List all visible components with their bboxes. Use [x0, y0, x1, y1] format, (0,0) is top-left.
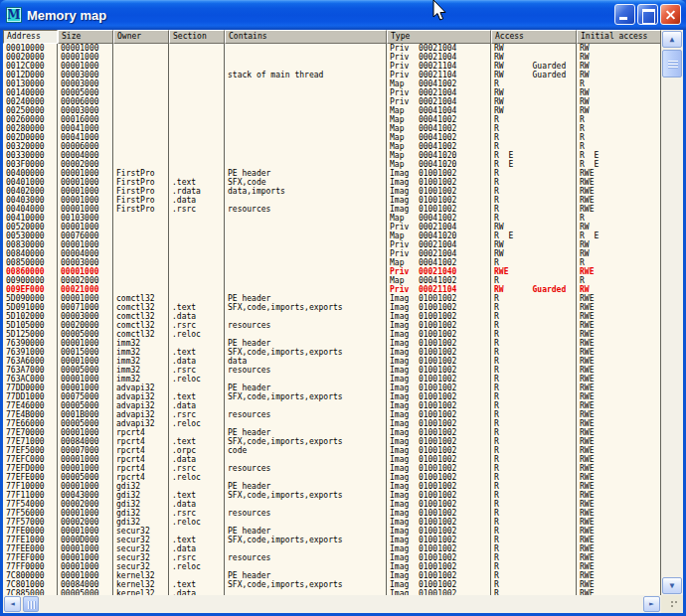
maximize-button[interactable] — [637, 4, 658, 25]
table-row[interactable]: 5D10200000003000comctl32.dataImag 010010… — [3, 312, 661, 321]
table-row[interactable]: 7639100000015000imm32.textSFX,code,impor… — [3, 348, 661, 357]
vertical-scroll-thumb[interactable] — [662, 50, 682, 77]
cell-address: 00850000 — [3, 258, 58, 267]
table-row[interactable]: 7C80000000001000kernel32PE headerImag 01… — [3, 571, 661, 580]
table-row[interactable]: 0041000000103000Map 00041002RR — [3, 214, 661, 223]
table-row[interactable]: 77E4600000005000advapi32.dataImag 010010… — [3, 401, 661, 410]
horizontal-scroll-thumb[interactable] — [23, 596, 39, 612]
table-row[interactable]: 5D09100000071000comctl32.textSFX,code,im… — [3, 303, 661, 312]
scroll-right-button[interactable]: ► — [643, 596, 660, 612]
table-row[interactable]: 0040100000001000FirstPro.textSFX,codeIma… — [3, 178, 661, 187]
table-row[interactable]: 77FF000000001000secur32.relocImag 010010… — [3, 562, 661, 571]
cell-access: R — [491, 464, 577, 473]
table-row[interactable]: 763A600000001000imm32.datadataImag 01001… — [3, 357, 661, 366]
cell-type: Map 00041020 — [387, 231, 491, 240]
cell-contains — [225, 312, 387, 321]
table-row[interactable]: 77EFD00000001000rpcrt4.rsrcresourcesImag… — [3, 464, 661, 473]
column-header-section[interactable]: Section — [169, 30, 225, 44]
title-bar[interactable]: M Memory map — [0, 0, 686, 30]
table-row[interactable]: 0052000000001000Priv 00021004RWRW — [3, 223, 661, 231]
table-row[interactable]: 7C80100000084000kernel32.textSFX,code,im… — [3, 580, 661, 589]
table-row[interactable]: 77FEF00000001000secur32.rsrcresourcesIma… — [3, 553, 661, 562]
table-row[interactable]: 0026000000016000Map 00041002RR — [3, 115, 661, 124]
table-row[interactable]: 77F5700000002000gdi32.relocImag 01001002… — [3, 518, 661, 527]
table-row[interactable]: 0028000000041000Map 00041002RR — [3, 124, 661, 133]
table-row[interactable]: 003F000000002000Map 00041020R ER E — [3, 160, 661, 169]
table-row[interactable]: 0032000000006000Map 00041002RR — [3, 142, 661, 151]
table-row[interactable]: 0002000000001000Priv 00021004RWRW — [3, 53, 661, 62]
table-row[interactable]: 0001000000001000Priv 00021004RWRW — [3, 44, 661, 53]
scroll-up-button[interactable]: ▲ — [662, 31, 682, 48]
table-row[interactable]: 5D10500000020000comctl32.rsrcresourcesIm… — [3, 321, 661, 330]
table-row[interactable]: 77E7000000001000rpcrt4PE headerImag 0100… — [3, 428, 661, 437]
table-row[interactable]: 763AC00000001000imm32.relocImag 01001002… — [3, 375, 661, 384]
table-row[interactable]: 7639000000001000imm32PE headerImag 01001… — [3, 339, 661, 348]
cell-address: 00401000 — [3, 178, 58, 187]
table-row[interactable]: 77E4B0000001B000advapi32.rsrcresourcesIm… — [3, 410, 661, 419]
table-row[interactable]: 77EFC00000001000rpcrt4.dataImag 01001002… — [3, 455, 661, 464]
table-row[interactable]: 0084000000004000Priv 00021004RWRW — [3, 249, 661, 258]
column-header-address[interactable]: Address — [3, 30, 58, 44]
cell-contains: code — [225, 446, 387, 455]
table-row[interactable]: 0013000000003000Map 00041002RR — [3, 79, 661, 88]
table-row[interactable]: 77FE10000000D000secur32.textSFX,code,imp… — [3, 536, 661, 544]
cell-contains — [225, 53, 387, 62]
column-header-initial[interactable]: Initial access — [577, 30, 661, 44]
cell-owner: gdi32 — [113, 518, 169, 527]
table-row[interactable]: 0012C00000001000Priv 00021104RW GuardedR… — [3, 62, 661, 71]
resize-grip[interactable] — [661, 595, 683, 613]
table-row[interactable]: 77DD100000075000advapi32.textSFX,code,im… — [3, 392, 661, 401]
table-row[interactable]: 77EF500000007000rpcrt4.orpccodeImag 0100… — [3, 446, 661, 455]
cell-access: R — [491, 455, 577, 464]
table-row[interactable]: 0012D00000003000stack of main threadPriv… — [3, 71, 661, 79]
table-row[interactable]: 77F1100000043000gdi32.textSFX,code,impor… — [3, 491, 661, 500]
table-row[interactable]: 5D09000000001000comctl32PE headerImag 01… — [3, 294, 661, 303]
chevron-down-icon: ▼ — [670, 582, 675, 590]
table-row[interactable]: 0033000000004000Map 00041020R ER E — [3, 151, 661, 160]
scroll-down-button[interactable]: ▼ — [662, 577, 682, 594]
cell-size: 00076000 — [58, 231, 113, 240]
table-row[interactable]: 0086000000001000Priv 00021040RWERWE — [3, 267, 661, 276]
table-row[interactable]: 0014000000005000Priv 00021004RWRW — [3, 88, 661, 97]
table-row[interactable]: 0053000000076000Map 00041020R ER E — [3, 231, 661, 240]
table-row[interactable]: 77FEE00000001000secur32.dataImag 0100100… — [3, 544, 661, 553]
table-row[interactable]: 002D000000041000Map 00041002RR — [3, 133, 661, 142]
table-row[interactable]: 0083000000001000Priv 00021004RWRW — [3, 240, 661, 249]
table-row[interactable]: 009EF00000021000Priv 00021104RW GuardedR… — [3, 285, 661, 294]
table-row[interactable]: 0085000000003000Map 00041002RR — [3, 258, 661, 267]
table-row[interactable]: 77E7100000084000rpcrt4.textSFX,code,impo… — [3, 437, 661, 446]
close-button[interactable] — [660, 4, 681, 25]
column-header-access[interactable]: Access — [491, 30, 577, 44]
table-row[interactable]: 0025000000003000Map 00041004RWRW — [3, 106, 661, 115]
cell-initial: RWE — [577, 580, 661, 589]
cell-section — [169, 482, 225, 491]
vertical-scrollbar[interactable]: ▲ ▼ — [661, 30, 683, 595]
minimize-button[interactable] — [614, 4, 635, 25]
column-header-owner[interactable]: Owner — [113, 30, 169, 44]
table-row[interactable]: 0040000000001000FirstProPE headerImag 01… — [3, 169, 661, 178]
table-row[interactable]: 0040200000001000FirstPro.rdatadata,impor… — [3, 187, 661, 196]
column-header-type[interactable]: Type — [387, 30, 491, 44]
cell-owner — [113, 276, 169, 285]
table-row[interactable]: 0024000000006000Priv 00021004RWRW — [3, 97, 661, 106]
column-header-contains[interactable]: Contains — [225, 30, 387, 44]
table-row[interactable]: 77F5600000001000gdi32.rsrcresourcesImag … — [3, 509, 661, 518]
table-row[interactable]: 77F1000000001000gdi32PE headerImag 01001… — [3, 482, 661, 491]
cell-type: Priv 00021004 — [387, 53, 491, 62]
table-row[interactable]: 77E6600000005000advapi32.relocImag 01001… — [3, 419, 661, 428]
column-header-size[interactable]: Size — [58, 30, 113, 44]
cell-initial: RWE — [577, 294, 661, 303]
table-row[interactable]: 0040300000001000FirstPro.dataImag 010010… — [3, 196, 661, 205]
horizontal-scrollbar[interactable]: ◄ ► — [3, 595, 661, 613]
table-row[interactable]: 77DD000000001000advapi32PE headerImag 01… — [3, 384, 661, 392]
cell-initial: RW — [577, 249, 661, 258]
table-row[interactable]: 5D12500000005000comctl32.relocImag 01001… — [3, 330, 661, 339]
table-row[interactable]: 0040400000001000FirstPro.rsrcresourcesIm… — [3, 205, 661, 214]
cell-section: .reloc — [169, 562, 225, 571]
table-row[interactable]: 77FE000000001000secur32PE headerImag 010… — [3, 527, 661, 536]
table-row[interactable]: 0090000000002000Map 00041002RR — [3, 276, 661, 285]
table-row[interactable]: 763A700000005000imm32.rsrcresourcesImag … — [3, 366, 661, 375]
table-row[interactable]: 77EFE00000005000rpcrt4.relocImag 0100100… — [3, 473, 661, 482]
table-row[interactable]: 77F5400000002000gdi32.dataImag 01001002R… — [3, 500, 661, 509]
scroll-left-button[interactable]: ◄ — [4, 596, 21, 612]
